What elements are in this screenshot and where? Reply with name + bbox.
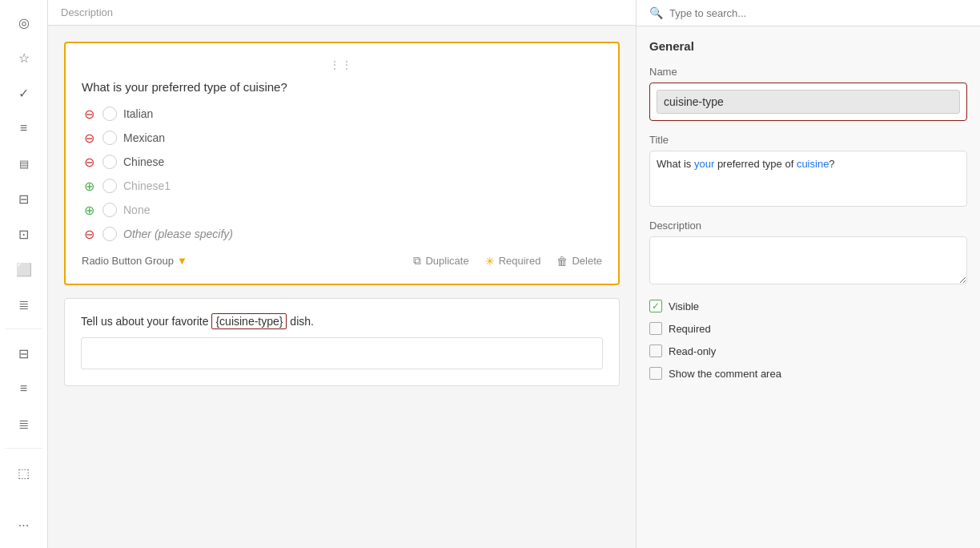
question-card: ⋮⋮ What is your preferred type of cuisin… (64, 42, 620, 285)
title-label: Title (649, 134, 967, 146)
text-input-preview (81, 337, 603, 369)
option-row-none: ⊕ None (82, 203, 602, 217)
name-input[interactable] (657, 90, 960, 114)
checkbox-row-required: Required (649, 322, 967, 335)
general-section: General Name Title What is your preferre… (637, 26, 980, 402)
option-label-chinese1: Chinese1 (123, 179, 171, 192)
sidebar: ◎ ☆ ✓ ≡ ▤ ⊟ ⊡ ⬜ ≣ ⊟ ≡ ≣ ⬚ ··· (0, 0, 48, 548)
delete-label: Delete (572, 255, 602, 267)
general-title: General (649, 39, 967, 53)
remove-other-btn[interactable]: ⊖ (82, 227, 96, 241)
option-row-chinese: ⊖ Chinese (82, 155, 602, 169)
sidebar-item-stack[interactable]: ≣ (10, 409, 38, 438)
search-input[interactable] (669, 7, 967, 19)
title-highlight-cuisine: cuisine (797, 158, 829, 170)
second-card-title: Tell us about your favorite {cuisine-typ… (81, 315, 603, 328)
type-label: Radio Button Group (82, 255, 174, 267)
option-row-mexican: ⊖ Mexican (82, 131, 602, 145)
sidebar-item-frame[interactable]: ⬚ (10, 458, 38, 487)
footer-actions: ⧉ Duplicate ✳ Required 🗑 Delete (413, 254, 602, 268)
visible-label: Visible (669, 300, 699, 312)
radio-chinese[interactable] (102, 155, 117, 169)
sidebar-item-minus[interactable]: ⊟ (10, 339, 38, 368)
name-field-group: Name (649, 66, 967, 121)
sidebar-divider2 (5, 448, 42, 449)
option-label-other: Other (please specify) (123, 228, 233, 240)
sidebar-divider (5, 328, 42, 329)
main-content: Description ⋮⋮ What is your preferred ty… (48, 0, 636, 548)
title-text-1: What is (657, 158, 694, 170)
option-label-italian: Italian (123, 107, 153, 120)
search-icon: 🔍 (649, 6, 663, 19)
checkbox-row-visible: ✓ Visible (649, 300, 967, 312)
delete-action[interactable]: 🗑 Delete (556, 254, 602, 268)
readonly-checkbox[interactable] (649, 345, 662, 357)
radio-none[interactable] (102, 203, 117, 217)
breadcrumb: Description (61, 6, 113, 18)
sidebar-item-layers[interactable]: ⊟ (10, 184, 38, 213)
top-bar: Description (48, 0, 636, 26)
option-row-italian: ⊖ Italian (82, 107, 602, 121)
search-bar: 🔍 (637, 0, 980, 26)
readonly-label: Read-only (669, 345, 716, 357)
second-card-text-before: Tell us about your favorite (81, 315, 211, 328)
question-title: What is your preferred type of cuisine? (82, 80, 602, 94)
description-label: Description (649, 220, 967, 232)
title-field-group: Title What is your preferred type of cui… (649, 134, 967, 207)
checkbox-row-comment: Show the comment area (649, 367, 967, 380)
cuisine-type-tag: {cuisine-type} (211, 313, 287, 329)
comment-checkbox[interactable] (649, 367, 662, 380)
required-icon: ✳ (485, 255, 495, 268)
duplicate-icon: ⧉ (413, 254, 421, 268)
title-highlight-your: your (694, 158, 714, 170)
radio-chinese1[interactable] (102, 179, 117, 193)
duplicate-action[interactable]: ⧉ Duplicate (413, 254, 468, 268)
right-panel: 🔍 General Name Title What is your prefer… (636, 0, 980, 548)
second-card: Tell us about your favorite {cuisine-typ… (64, 298, 620, 386)
required-label: Required (499, 255, 541, 267)
sidebar-item-text2[interactable]: ≡ (10, 374, 38, 403)
option-row-other: ⊖ Other (please specify) (82, 227, 602, 241)
remove-italian-btn[interactable]: ⊖ (82, 107, 96, 121)
remove-mexican-btn[interactable]: ⊖ (82, 131, 96, 145)
form-area: ⋮⋮ What is your preferred type of cuisin… (48, 26, 636, 548)
description-input[interactable] (649, 236, 967, 284)
option-row-chinese1: ⊕ Chinese1 (82, 179, 602, 193)
radio-other[interactable] (102, 227, 117, 241)
title-text-3: ? (829, 158, 834, 170)
sidebar-item-more[interactable]: ··· (10, 511, 38, 540)
duplicate-label: Duplicate (425, 255, 468, 267)
drag-handle[interactable]: ⋮⋮ (82, 59, 602, 71)
required-action[interactable]: ✳ Required (485, 254, 541, 268)
sidebar-item-star[interactable]: ☆ (10, 43, 38, 72)
option-label-mexican: Mexican (123, 131, 165, 144)
card-footer: Radio Button Group ▼ ⧉ Duplicate ✳ Requi… (82, 254, 602, 268)
required-checkbox[interactable] (649, 322, 662, 335)
remove-chinese-btn[interactable]: ⊖ (82, 155, 96, 169)
required-label: Required (669, 323, 711, 335)
checkbox-row-readonly: Read-only (649, 345, 967, 357)
sidebar-item-list[interactable]: ≣ (10, 290, 38, 319)
sidebar-item-chart[interactable]: ▤ (10, 149, 38, 178)
radio-italian[interactable] (102, 107, 117, 121)
name-field-wrapper (649, 83, 967, 121)
sidebar-item-target[interactable]: ◎ (10, 8, 38, 37)
comment-label: Show the comment area (669, 368, 781, 380)
type-selector[interactable]: Radio Button Group ▼ (82, 255, 187, 267)
radio-mexican[interactable] (102, 131, 117, 145)
title-field[interactable]: What is your preferred type of cuisine? (649, 151, 967, 207)
visible-checkmark: ✓ (652, 300, 660, 312)
add-none-btn[interactable]: ⊕ (82, 203, 96, 217)
second-card-text-after: dish. (287, 315, 313, 328)
option-label-none: None (123, 203, 150, 216)
visible-checkbox[interactable]: ✓ (649, 300, 662, 312)
option-label-chinese: Chinese (123, 155, 164, 168)
description-field-group: Description (649, 220, 967, 287)
type-dropdown-arrow[interactable]: ▼ (177, 255, 187, 267)
title-text-2: preferred type of (714, 158, 797, 170)
sidebar-item-check[interactable]: ✓ (10, 79, 38, 107)
sidebar-item-layout[interactable]: ⬜ (10, 255, 38, 284)
sidebar-item-text[interactable]: ≡ (10, 114, 38, 143)
sidebar-item-folder[interactable]: ⊡ (10, 220, 38, 248)
add-chinese1-btn[interactable]: ⊕ (82, 179, 96, 193)
